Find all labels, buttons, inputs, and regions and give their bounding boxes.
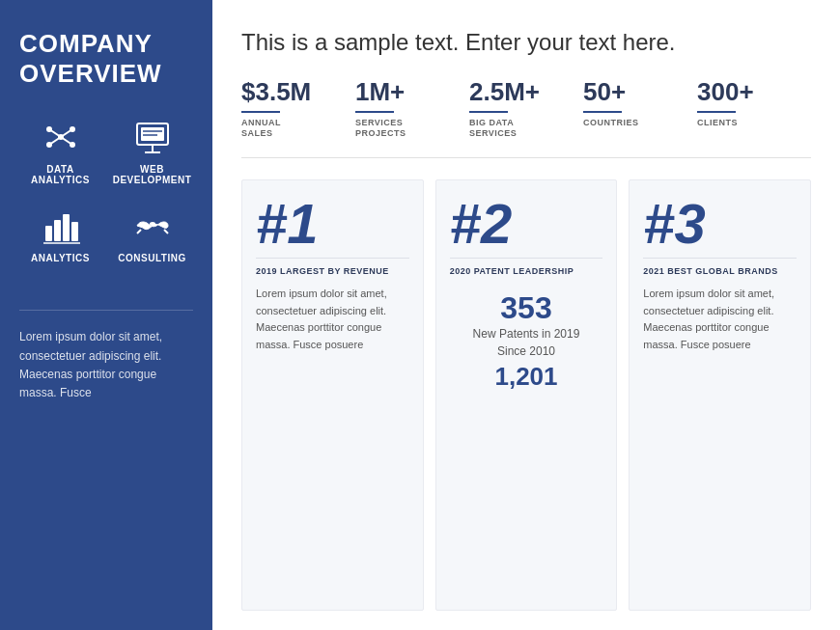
rank-body-3: Lorem ipsum dolor sit amet, consectetuer… bbox=[643, 286, 797, 353]
analytics-icon bbox=[40, 205, 82, 247]
main-content: This is a sample text. Enter your text h… bbox=[212, 0, 840, 630]
stats-row: $3.5M ANNUAL SALES 1M+ SERVICES PROJECTS… bbox=[241, 78, 811, 158]
rank-sub-label: Since 2010 bbox=[450, 344, 603, 358]
sidebar: COMPANY OVERVIEW DATAANALYTICS bbox=[0, 0, 212, 630]
svg-rect-18 bbox=[71, 222, 78, 241]
stat-big-data-services: 2.5M+ BIG DATA SERVICES bbox=[469, 78, 583, 140]
consulting-label: CONSULTING bbox=[118, 253, 185, 263]
sidebar-divider bbox=[19, 310, 193, 311]
stat-label-big-data: BIG DATA SERVICES bbox=[469, 118, 517, 140]
stat-divider-1 bbox=[355, 111, 394, 113]
rank-highlight-label: New Patents in 2019 bbox=[450, 327, 603, 341]
svg-rect-15 bbox=[45, 226, 52, 241]
stat-divider-2 bbox=[469, 111, 508, 113]
svg-rect-16 bbox=[54, 220, 61, 241]
stat-value-countries: 50+ bbox=[583, 78, 626, 106]
stat-value-clients: 300+ bbox=[697, 78, 754, 106]
svg-point-20 bbox=[150, 222, 155, 226]
header-text: This is a sample text. Enter your text h… bbox=[241, 27, 811, 57]
stat-label-countries: COUNTRIES bbox=[583, 118, 639, 129]
stat-value-services-projects: 1M+ bbox=[355, 78, 405, 106]
stat-countries: 50+ COUNTRIES bbox=[583, 78, 697, 140]
rank-secondary-number: 1,201 bbox=[450, 362, 603, 392]
stat-divider-3 bbox=[583, 111, 622, 113]
data-analytics-label: DATAANALYTICS bbox=[31, 164, 90, 185]
svg-line-7 bbox=[49, 137, 61, 145]
stat-label-annual-sales: ANNUAL SALES bbox=[241, 118, 281, 140]
sidebar-title: COMPANY OVERVIEW bbox=[19, 29, 193, 89]
analytics-label: ANALYTICS bbox=[31, 253, 90, 263]
rank-number-2: #2 bbox=[450, 196, 603, 252]
sidebar-item-analytics: ANALYTICS bbox=[19, 205, 101, 263]
sidebar-icons-grid: DATAANALYTICS WEBDEVELOPMENT bbox=[19, 116, 193, 263]
rank-body-1: Lorem ipsum dolor sit amet, consectetuer… bbox=[256, 286, 409, 353]
stat-divider-0 bbox=[241, 111, 280, 113]
sidebar-item-web-development: WEBDEVELOPMENT bbox=[111, 116, 193, 185]
rank-card-1: #1 2019 LARGEST BY REVENUE Lorem ipsum d… bbox=[241, 179, 424, 611]
stat-clients: 300+ CLIENTS bbox=[697, 78, 811, 140]
rank-title-1: 2019 LARGEST BY REVENUE bbox=[256, 258, 409, 276]
rank-highlight-number: 353 bbox=[450, 291, 603, 325]
rank-title-2: 2020 PATENT LEADERSHIP bbox=[450, 258, 603, 276]
rank-number-1: #1 bbox=[256, 196, 409, 252]
stat-label-clients: CLIENTS bbox=[697, 118, 738, 129]
svg-rect-12 bbox=[141, 127, 164, 141]
rank-card-2: #2 2020 PATENT LEADERSHIP 353 New Patent… bbox=[435, 179, 618, 611]
svg-line-8 bbox=[61, 137, 72, 145]
stat-value-big-data: 2.5M+ bbox=[469, 78, 540, 106]
sidebar-body-text: Lorem ipsum dolor sit amet, consectetuer… bbox=[19, 328, 193, 402]
rank-number-3: #3 bbox=[643, 196, 797, 252]
rankings-row: #1 2019 LARGEST BY REVENUE Lorem ipsum d… bbox=[241, 179, 811, 611]
stat-divider-4 bbox=[697, 111, 736, 113]
stat-services-projects: 1M+ SERVICES PROJECTS bbox=[355, 78, 469, 140]
stat-label-services-projects: SERVICES PROJECTS bbox=[355, 118, 406, 140]
svg-rect-17 bbox=[63, 214, 70, 241]
web-development-label: WEBDEVELOPMENT bbox=[113, 164, 192, 185]
sidebar-item-consulting: CONSULTING bbox=[111, 205, 193, 263]
rank-title-3: 2021 BEST GLOBAL BRANDS bbox=[643, 258, 797, 276]
rank-card-3: #3 2021 BEST GLOBAL BRANDS Lorem ipsum d… bbox=[629, 179, 811, 611]
stat-value-annual-sales: $3.5M bbox=[241, 78, 311, 106]
data-analytics-icon bbox=[40, 116, 82, 158]
web-development-icon bbox=[131, 116, 174, 158]
svg-line-5 bbox=[49, 129, 61, 137]
sidebar-item-data-analytics: DATAANALYTICS bbox=[19, 116, 101, 185]
stat-annual-sales: $3.5M ANNUAL SALES bbox=[241, 78, 355, 140]
consulting-icon bbox=[131, 205, 174, 247]
svg-line-6 bbox=[61, 129, 72, 137]
